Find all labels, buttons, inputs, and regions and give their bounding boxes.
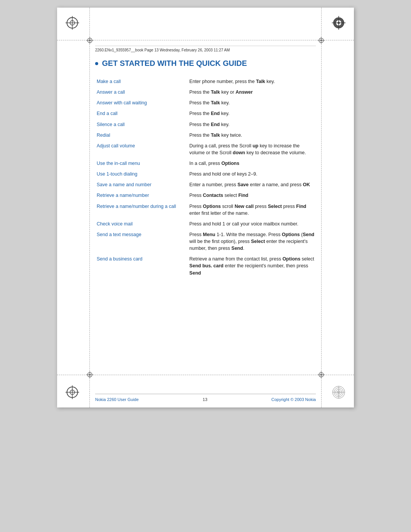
keyword: Send: [231, 246, 243, 251]
row-description: Press the Talk key.: [188, 97, 316, 108]
keyword: Options: [203, 204, 221, 209]
keyword: End: [211, 122, 220, 127]
keyword: Answer: [236, 89, 253, 95]
row-label: Make a call: [95, 76, 188, 87]
page-footer: Nokia 2260 User Guide 13 Copyright © 200…: [95, 394, 316, 402]
row-description: Press Contacts select Find: [188, 190, 316, 201]
reg-mark-top-right: [331, 15, 346, 30]
table-row: Adjust call volume During a call, press …: [95, 141, 316, 158]
keyword: Send: [190, 270, 201, 276]
table-row: Check voice mail Press and hold 1 or cal…: [95, 219, 316, 229]
row-label: Send a business card: [95, 254, 188, 278]
keyword: Options: [221, 161, 239, 166]
row-label: Redial: [95, 130, 188, 141]
row-description: Press the End key.: [188, 108, 316, 119]
keyword: Options: [282, 256, 300, 262]
table-row: Redial Press the Talk key twice.: [95, 130, 316, 141]
footer-left: Nokia 2260 User Guide: [95, 397, 139, 402]
page-title: GET STARTED WITH THE QUICK GUIDE: [95, 59, 316, 68]
inner-reg-bl: [86, 371, 94, 379]
row-description: Press the End key.: [188, 119, 316, 130]
keyword: Talk: [211, 133, 220, 138]
footer-right: Copyright © 2003 Nokia: [271, 397, 316, 402]
row-label: Use the in-call menu: [95, 158, 188, 169]
row-label: Check voice mail: [95, 219, 188, 229]
table-row: Make a call Enter phone number, press th…: [95, 76, 316, 87]
row-label: Answer a call: [95, 87, 188, 97]
margin-line-left: [89, 8, 90, 407]
quick-guide-table: Make a call Enter phone number, press th…: [95, 76, 316, 278]
table-row: Use the in-call menu In a call, press Op…: [95, 158, 316, 169]
table-row: Send a text message Press Menu 1-1. Writ…: [95, 229, 316, 254]
keyword: Find: [238, 193, 248, 198]
keyword: Select: [251, 239, 265, 244]
row-description: Press the Talk key or Answer: [188, 87, 316, 97]
table-row: Save a name and number Enter a number, p…: [95, 179, 316, 190]
margin-line-top: [57, 40, 354, 40]
row-label: Retrieve a name/number during a call: [95, 201, 188, 219]
table-row: Use 1-touch dialing Press and hold one o…: [95, 169, 316, 179]
title-bullet: [95, 62, 98, 65]
row-description: During a call, press the Scroll up key t…: [188, 141, 316, 158]
table-row: Answer with call waiting Press the Talk …: [95, 97, 316, 108]
row-label: Send a text message: [95, 229, 188, 254]
row-description: Press the Talk key twice.: [188, 130, 316, 141]
reg-mark-bottom-left: [65, 385, 80, 400]
table-row: Silence a call Press the End key.: [95, 119, 316, 130]
row-description: Press Options scroll New call press Sele…: [188, 201, 316, 219]
row-label: Retrieve a name/number: [95, 190, 188, 201]
inner-reg-tl: [86, 37, 94, 44]
row-description: Press and hold one of keys 2–9.: [188, 169, 316, 179]
keyword: Options: [282, 232, 300, 237]
keyword: Menu: [203, 232, 215, 237]
keyword: Talk: [256, 79, 265, 84]
keyword: Send: [303, 232, 314, 237]
keyword: down: [233, 150, 245, 155]
content-area: 2260.ENv1_9355957__book Page 13 Wednesda…: [95, 46, 316, 369]
table-row: Answer a call Press the Talk key or Answ…: [95, 87, 316, 97]
keyword: Select: [268, 204, 282, 209]
keyword: Talk: [211, 100, 220, 105]
row-description: Enter a number, press Save enter a name,…: [188, 179, 316, 190]
row-description: Press Menu 1-1. Write the message. Press…: [188, 229, 316, 254]
margin-line-bottom: [57, 375, 354, 375]
row-description: Press and hold 1 or call your voice mail…: [188, 219, 316, 229]
row-label: Use 1-touch dialing: [95, 169, 188, 179]
margin-line-right: [321, 8, 322, 407]
row-description: Enter phone number, press the Talk key.: [188, 76, 316, 87]
keyword: Send bus. card: [190, 263, 224, 268]
keyword: New call: [234, 204, 253, 209]
row-label: Silence a call: [95, 119, 188, 130]
row-description: Retrieve a name from the contact list, p…: [188, 254, 316, 278]
keyword: Contacts: [203, 193, 223, 198]
table-row: Retrieve a name/number during a call Pre…: [95, 201, 316, 219]
table-row: End a call Press the End key.: [95, 108, 316, 119]
keyword: OK: [303, 182, 310, 187]
keyword: Talk: [211, 89, 220, 95]
footer-page-number: 13: [203, 397, 207, 402]
inner-reg-tr: [317, 37, 325, 44]
row-description: In a call, press Options: [188, 158, 316, 169]
document-page: 2260.ENv1_9355957__book Page 13 Wednesda…: [57, 8, 354, 407]
inner-reg-br: [317, 371, 325, 379]
reg-mark-bottom-right: [331, 385, 346, 400]
row-label: Save a name and number: [95, 179, 188, 190]
keyword: up: [253, 143, 258, 149]
title-text: GET STARTED WITH THE QUICK GUIDE: [102, 59, 247, 68]
row-label: End a call: [95, 108, 188, 119]
keyword: End: [211, 111, 220, 116]
row-label: Adjust call volume: [95, 141, 188, 158]
file-info: 2260.ENv1_9355957__book Page 13 Wednesda…: [95, 46, 316, 52]
row-label: Answer with call waiting: [95, 97, 188, 108]
keyword: Find: [296, 204, 306, 209]
keyword: Save: [237, 182, 249, 187]
table-row: Retrieve a name/number Press Contacts se…: [95, 190, 316, 201]
reg-mark-top-left: [65, 15, 80, 30]
table-row: Send a business card Retrieve a name fro…: [95, 254, 316, 278]
